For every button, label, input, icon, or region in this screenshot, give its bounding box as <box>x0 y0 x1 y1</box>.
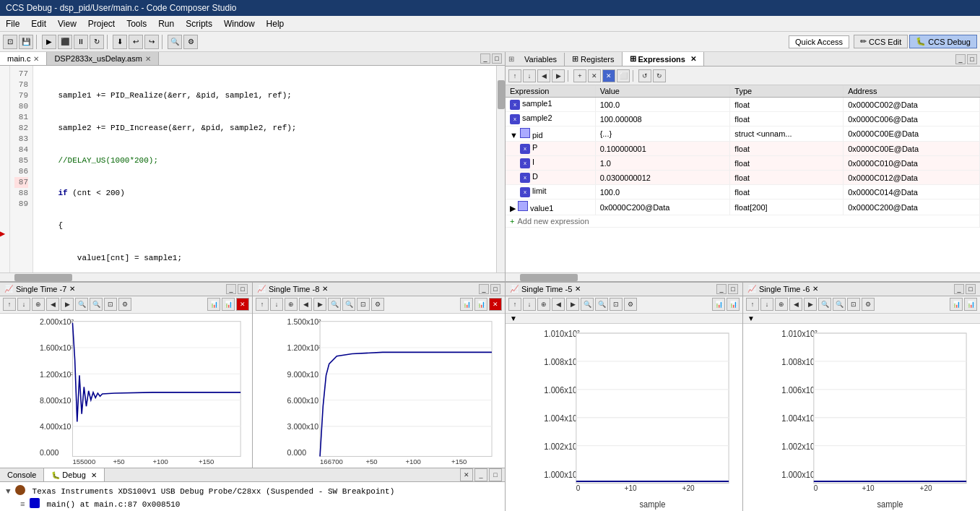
toolbar-btn-4[interactable]: ⬛ <box>58 35 72 49</box>
chart-tb-btn[interactable]: ▶ <box>566 298 579 311</box>
chart-tb-btn[interactable]: ▶ <box>804 298 817 311</box>
toolbar-btn-2[interactable]: 💾 <box>19 35 33 49</box>
table-row[interactable]: xlimit 100.0float0x0000C014@Data <box>506 185 980 199</box>
tab-expressions-close[interactable]: ✕ <box>690 55 696 63</box>
chart-tb-btn[interactable]: ✕ <box>489 298 502 311</box>
chart-time6-close[interactable]: ✕ <box>812 285 818 293</box>
expr-tb-btn4[interactable]: ▶ <box>552 69 565 82</box>
toolbar-btn-7[interactable]: ⬇ <box>113 35 127 49</box>
chart-tb-btn[interactable]: ⊡ <box>104 298 117 311</box>
menu-project[interactable]: Project <box>82 17 121 30</box>
expand-icon[interactable]: ▼ <box>6 485 11 498</box>
expr-tb-btn10[interactable]: ↻ <box>653 69 666 82</box>
expr-tb-btn9[interactable]: ↺ <box>638 69 651 82</box>
code-content[interactable]: sample1 += PID_Realize(&err, &pid, sampl… <box>33 66 496 272</box>
chart-tb-btn[interactable]: 📊 <box>712 298 725 311</box>
toolbar-btn-1[interactable]: ⊡ <box>3 35 17 49</box>
chart-tb-btn[interactable]: 🔍 <box>90 298 103 311</box>
toolbar-btn-6[interactable]: ↻ <box>90 35 104 49</box>
chart-tb-btn[interactable]: ↑ <box>3 298 16 311</box>
console-btn1[interactable]: ✕ <box>460 468 473 481</box>
expr-hscrollbar-thumb[interactable] <box>520 274 578 281</box>
menu-help[interactable]: Help <box>261 17 290 30</box>
chart-tb-btn[interactable]: ▶ <box>61 298 74 311</box>
menu-view[interactable]: View <box>52 17 82 30</box>
code-hscrollbar[interactable] <box>0 272 505 281</box>
chart-time8-minimize[interactable]: _ <box>479 284 489 294</box>
chart-tb-btn[interactable]: ◀ <box>299 298 312 311</box>
chart-tb-btn[interactable]: ↓ <box>17 298 30 311</box>
toolbar-btn-9[interactable]: ↪ <box>144 35 159 49</box>
chart-tb-btn[interactable]: ⊡ <box>847 298 860 311</box>
chart-tb-btn[interactable]: 🔍 <box>581 298 594 311</box>
chart-tb-btn[interactable]: 🔍 <box>818 298 831 311</box>
chart-tb-btn[interactable]: ◀ <box>552 298 565 311</box>
chart-tb-btn[interactable]: ↓ <box>270 298 283 311</box>
chart-tb-btn[interactable]: ◀ <box>46 298 59 311</box>
tab-registers[interactable]: ⊞ Registers <box>565 52 622 66</box>
tab-debug[interactable]: 🐛 Debug ✕ <box>44 468 104 481</box>
chart-time7-maximize[interactable]: □ <box>238 284 248 294</box>
chart-tb-btn[interactable]: ⊕ <box>537 298 550 311</box>
chart-tb-btn[interactable]: 📊 <box>207 298 220 311</box>
chart-tb-btn[interactable]: ▶ <box>313 298 326 311</box>
chart-tb-btn[interactable]: ⊡ <box>610 298 623 311</box>
menu-scripts[interactable]: Scripts <box>180 17 218 30</box>
chart-time7-close[interactable]: ✕ <box>69 285 75 293</box>
chart-tb-btn[interactable]: 🔍 <box>342 298 355 311</box>
console-btn2[interactable]: _ <box>474 468 487 481</box>
chart-tb-btn[interactable]: ⚙ <box>118 298 131 311</box>
toolbar-btn-11[interactable]: ⚙ <box>183 35 198 49</box>
quick-access-label[interactable]: Quick Access <box>789 35 849 48</box>
table-row[interactable]: xD 0.0300000012float0x0000C012@Data <box>506 171 980 185</box>
chart-tb-btn[interactable]: ⚙ <box>371 298 384 311</box>
chart-time6-minimize[interactable]: _ <box>954 284 964 294</box>
expr-tb-btn8[interactable]: ⬜ <box>617 69 630 82</box>
expr-hscrollbar[interactable] <box>506 272 980 281</box>
code-panel-minimize[interactable]: _ <box>480 53 490 64</box>
tab-variables[interactable]: Variables <box>517 53 565 66</box>
table-row[interactable]: xsample2 100.000008float0x0000C006@Data <box>506 112 980 126</box>
ccs-debug-button[interactable]: 🐛 CCS Debug <box>909 35 977 48</box>
code-vscrollbar[interactable] <box>496 66 505 272</box>
expr-panel-maximize[interactable]: □ <box>967 54 977 64</box>
chart-tb-btn[interactable]: 🔍 <box>75 298 88 311</box>
table-row[interactable]: ▶ value1 0x0000C200@Datafloat[200]0x0000… <box>506 199 980 215</box>
chart-tb-btn[interactable]: 📊 <box>727 298 740 311</box>
chart-time5-minimize[interactable]: _ <box>716 284 727 294</box>
chart-tb-btn[interactable]: ↑ <box>746 298 759 311</box>
chart-time5-maximize[interactable]: □ <box>728 284 738 294</box>
code-hscrollbar-thumb[interactable] <box>14 274 72 281</box>
chart-tb-btn[interactable]: ⊕ <box>285 298 298 311</box>
chart-tb-btn[interactable]: ⊕ <box>775 298 788 311</box>
tab-debug-close[interactable]: ✕ <box>91 471 97 479</box>
chart-time8-maximize[interactable]: □ <box>490 284 500 294</box>
table-row[interactable]: xsample1 100.0float0x0000C002@Data <box>506 98 980 112</box>
menu-edit[interactable]: Edit <box>25 17 52 30</box>
console-item-probe[interactable]: ▼ Texas Instruments XDS100v1 USB Debug P… <box>6 485 499 498</box>
expr-tb-btn5[interactable]: + <box>573 69 586 82</box>
add-expression-row[interactable]: Add new expression <box>506 215 980 228</box>
chart-tb-btn[interactable]: 🔍 <box>833 298 846 311</box>
code-panel-maximize[interactable]: □ <box>492 53 502 64</box>
chart-time8-close[interactable]: ✕ <box>322 285 328 293</box>
chart-time5-close[interactable]: ✕ <box>575 285 581 293</box>
chart-tb-btn[interactable]: ◀ <box>789 298 802 311</box>
menu-file[interactable]: File <box>0 17 25 30</box>
tab-main-c-close[interactable]: ✕ <box>33 55 39 63</box>
chart-tb-btn[interactable]: ✕ <box>236 298 249 311</box>
menu-window[interactable]: Window <box>218 17 261 30</box>
chart-time7-minimize[interactable]: _ <box>226 284 236 294</box>
expr-tb-btn1[interactable]: ↑ <box>508 69 521 82</box>
chart-time6-collapse[interactable]: ▼ <box>743 314 980 324</box>
toolbar-btn-8[interactable]: ↩ <box>129 35 143 49</box>
expr-tb-btn2[interactable]: ↓ <box>523 69 536 82</box>
chart-time5-collapse[interactable]: ▼ <box>506 314 742 324</box>
tab-dsp-delay[interactable]: DSP2833x_usDelay.asm ✕ <box>47 52 158 65</box>
chart-tb-btn[interactable]: 🔍 <box>328 298 341 311</box>
table-row[interactable]: xI 1.0float0x0000C010@Data <box>506 156 980 171</box>
expr-tb-btn6[interactable]: ✕ <box>588 69 601 82</box>
chart-tb-btn[interactable]: 📊 <box>222 298 235 311</box>
menu-run[interactable]: Run <box>152 17 180 30</box>
chart-tb-btn[interactable]: ↑ <box>256 298 269 311</box>
